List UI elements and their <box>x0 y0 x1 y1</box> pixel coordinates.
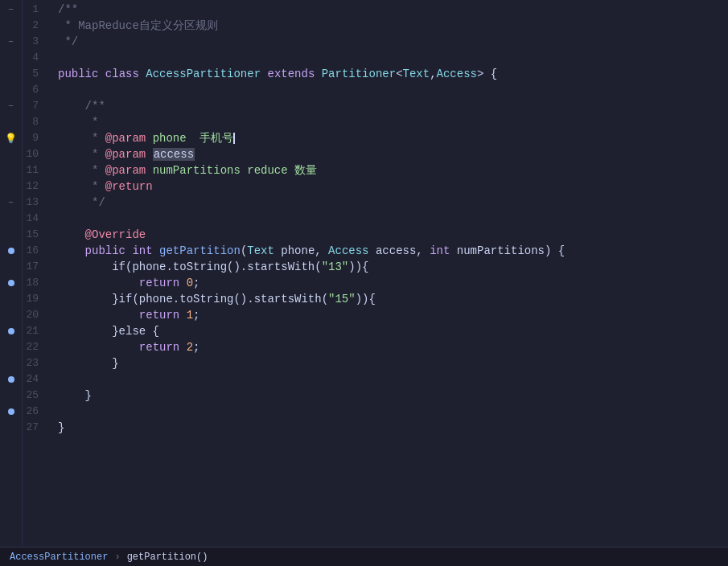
gutter-row-27 <box>0 420 22 436</box>
gutter-row-10 <box>0 146 22 162</box>
code-line-4 <box>58 50 728 66</box>
gutter-row-19 <box>0 291 22 307</box>
code-lines[interactable]: /** * MapReduce自定义分区规则 */ public class A… <box>55 0 728 547</box>
code-line-25: } <box>58 388 728 404</box>
gutter-row-15 <box>0 227 22 243</box>
code-line-16: public int getPartition(Text phone, Acce… <box>58 243 728 259</box>
code-line-21: }else { <box>58 323 728 339</box>
code-line-19: }if(phone.toString().startsWith("15")){ <box>58 291 728 307</box>
gutter-row-8 <box>0 114 22 130</box>
gutter-row-1[interactable]: − <box>0 2 22 18</box>
code-line-7: /** <box>58 98 728 114</box>
gutter-row-11 <box>0 162 22 178</box>
code-line-3: */ <box>58 34 728 50</box>
code-line-17: if(phone.toString().startsWith("13")){ <box>58 259 728 275</box>
code-line-15: @Override <box>58 227 728 243</box>
code-line-20: return 1; <box>58 307 728 323</box>
breadcrumb: AccessPartitioner › getPartition() <box>10 552 208 563</box>
editor-gutter: − − − 💡 − <box>0 0 23 547</box>
gutter-row-9[interactable]: 💡 <box>0 130 22 146</box>
gutter-row-23 <box>0 355 22 371</box>
gutter-row-13[interactable]: − <box>0 195 22 211</box>
gutter-row-6 <box>0 82 22 98</box>
code-line-24 <box>58 371 728 388</box>
breakpoint-indicator-2[interactable] <box>8 280 14 286</box>
line-numbers: 1 2 3 4 5 6 7 8 9 10 11 12 13 14 15 16 1… <box>23 0 55 547</box>
breakpoint-indicator-5[interactable] <box>8 408 14 415</box>
code-line-12: * @return <box>58 178 728 195</box>
gutter-row-18 <box>0 275 22 291</box>
breadcrumb-class[interactable]: AccessPartitioner <box>10 552 108 563</box>
breadcrumb-separator: › <box>114 552 120 563</box>
editor-main: − − − 💡 − <box>0 0 728 547</box>
gutter-row-4 <box>0 50 22 66</box>
gutter-row-5 <box>0 66 22 82</box>
code-line-1: /** <box>58 2 728 18</box>
breakpoint-indicator-4[interactable] <box>8 376 14 383</box>
breakpoint-indicator-3[interactable] <box>8 328 14 334</box>
gutter-row-26 <box>0 404 22 420</box>
gutter-row-12 <box>0 178 22 195</box>
gutter-row-22 <box>0 339 22 355</box>
code-line-9: * @param phone 手机号 <box>58 130 728 146</box>
lightbulb-icon[interactable]: 💡 <box>5 133 17 145</box>
code-line-6 <box>58 82 728 98</box>
gutter-row-20 <box>0 307 22 323</box>
gutter-row-17 <box>0 259 22 275</box>
code-line-18: return 0; <box>58 275 728 291</box>
gutter-row-21 <box>0 323 22 339</box>
breadcrumb-method[interactable]: getPartition() <box>127 552 208 563</box>
code-line-11: * @param numPartitions reduce 数量 <box>58 162 728 178</box>
gutter-row-3[interactable]: − <box>0 34 22 50</box>
code-line-27: } <box>58 420 728 436</box>
gutter-row-24 <box>0 371 22 388</box>
code-line-8: * <box>58 114 728 130</box>
gutter-row-25 <box>0 388 22 404</box>
code-line-22: return 2; <box>58 339 728 355</box>
status-bar: AccessPartitioner › getPartition() <box>0 547 728 566</box>
breakpoint-indicator[interactable] <box>8 248 14 254</box>
gutter-row-2 <box>0 18 22 34</box>
code-line-23: } <box>58 355 728 371</box>
code-line-10: * @param access <box>58 146 728 162</box>
gutter-row-16 <box>0 243 22 259</box>
code-editor[interactable]: 1 2 3 4 5 6 7 8 9 10 11 12 13 14 15 16 1… <box>23 0 728 547</box>
code-line-2: * MapReduce自定义分区规则 <box>58 18 728 34</box>
code-line-5: public class AccessPartitioner extends P… <box>58 66 728 82</box>
code-line-14 <box>58 211 728 227</box>
code-line-26 <box>58 404 728 420</box>
code-line-13: */ <box>58 195 728 211</box>
gutter-row-7[interactable]: − <box>0 98 22 114</box>
gutter-row-14 <box>0 211 22 227</box>
